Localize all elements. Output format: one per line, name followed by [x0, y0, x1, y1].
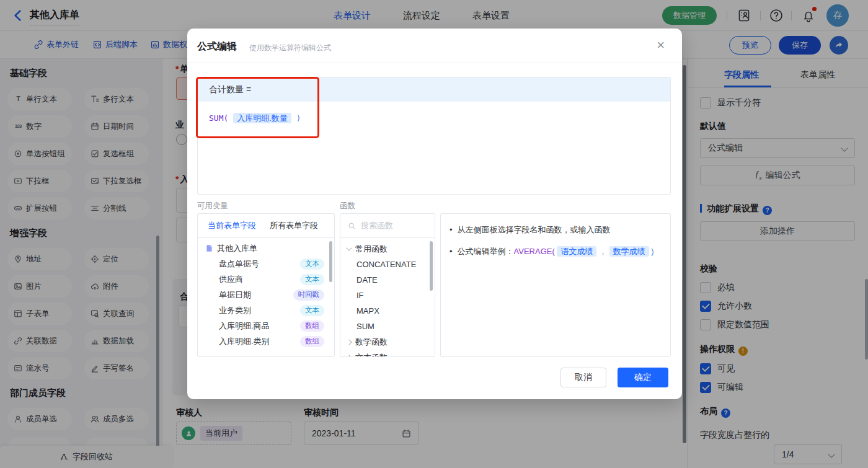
variables-label: 可用变量 [197, 201, 228, 211]
function-item[interactable]: IF [340, 288, 435, 303]
formula-editor[interactable]: 合计数量 = SUM( 入库明细.数量 ) [197, 77, 671, 195]
variable-row[interactable]: 盘点单据号文本 [198, 256, 334, 272]
type-badge: 文本 [300, 274, 324, 285]
function-group-common[interactable]: 常用函数 [340, 241, 435, 257]
chevron-right-icon [346, 339, 352, 345]
example-token: 数学成绩 [609, 246, 649, 257]
formula-target-row: 合计数量 = [198, 77, 670, 102]
variables-panel: 当前表单字段 所有表单字段 其他入库单 盘点单据号文本 供应商文本 单据日期时间… [197, 213, 335, 357]
closing-paren: ) [296, 113, 301, 123]
modal-header-divider [187, 63, 682, 63]
variables-scrollbar[interactable] [329, 241, 332, 282]
tree-root-row[interactable]: 其他入库单 [198, 241, 334, 256]
document-icon [205, 244, 213, 252]
example-function-name: AVERAGE( [514, 247, 555, 256]
function-item[interactable]: CONCATENATE [340, 257, 435, 272]
field-token[interactable]: 入库明细.数量 [233, 113, 291, 123]
modal-title: 公式编辑 [197, 40, 237, 53]
functions-panel: 搜索函数 常用函数 CONCATENATE DATE IF MAPX SUM 数… [340, 213, 435, 357]
tip-line-2: • 公式编辑举例：AVERAGE( 语文成绩 ， 数学成绩 ) [450, 245, 662, 258]
function-item[interactable]: SUM [340, 319, 435, 334]
tab-all-form-fields[interactable]: 所有表单字段 [270, 220, 318, 231]
example-token: 语文成绩 [557, 246, 596, 257]
modal-subtitle: 使用数学运算符编辑公式 [249, 43, 331, 53]
function-search[interactable]: 搜索函数 [340, 214, 435, 238]
tips-panel: •从左侧面板选择字段名和函数，或输入函数 • 公式编辑举例：AVERAGE( 语… [440, 213, 671, 357]
tip-line-1: •从左侧面板选择字段名和函数，或输入函数 [450, 224, 662, 236]
variable-row[interactable]: 入库明细.商品数组 [198, 318, 334, 333]
function-item[interactable]: DATE [340, 272, 435, 288]
cancel-button[interactable]: 取消 [560, 368, 606, 387]
chevron-down-icon [346, 245, 352, 250]
search-placeholder: 搜索函数 [361, 220, 393, 231]
type-badge: 数组 [300, 320, 324, 332]
type-badge: 时间戳 [293, 289, 325, 301]
variable-tabs: 当前表单字段 所有表单字段 [198, 214, 334, 238]
search-icon [348, 222, 356, 230]
function-item[interactable]: MAPX [340, 303, 435, 319]
chevron-right-icon [346, 355, 352, 357]
variable-row[interactable]: 供应商文本 [198, 272, 334, 287]
functions-scrollbar[interactable] [430, 241, 433, 291]
function-name: SUM( [209, 113, 228, 123]
function-group-math[interactable]: 数学函数 [340, 334, 435, 350]
type-badge: 数组 [300, 336, 324, 347]
formula-editor-modal: 公式编辑 使用数学运算符编辑公式 × 合计数量 = SUM( 入库明细.数量 )… [187, 29, 682, 399]
close-icon[interactable]: × [657, 37, 665, 53]
functions-label: 函数 [340, 201, 355, 211]
variable-row[interactable]: 入库明细.类别数组 [198, 333, 334, 349]
type-badge: 文本 [300, 258, 324, 270]
confirm-button[interactable]: 确定 [618, 368, 668, 387]
variable-row[interactable]: 单据日期时间戳 [198, 287, 334, 302]
variable-row[interactable]: 业务类别文本 [198, 302, 334, 318]
type-badge: 文本 [300, 305, 324, 316]
app-root: 其他入库单 表单设计 流程设定 表单设置 数据管理 存 表单外链 后端脚本 数据… [0, 0, 868, 468]
function-group-text[interactable]: 文本函数 [340, 350, 435, 357]
tab-current-form-fields[interactable]: 当前表单字段 [208, 220, 256, 231]
formula-expression[interactable]: SUM( 入库明细.数量 ) [198, 102, 670, 135]
